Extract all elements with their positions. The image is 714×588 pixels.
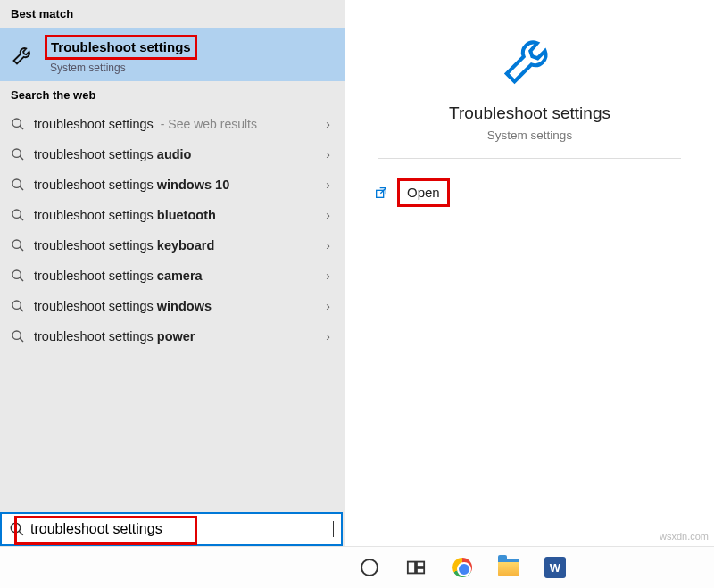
svg-point-0 — [12, 119, 21, 127]
web-result-item[interactable]: troubleshoot settings windows 10› — [0, 170, 345, 200]
taskbar: W — [0, 546, 714, 588]
search-web-header: Search the web — [0, 81, 345, 109]
search-icon — [11, 329, 25, 344]
chevron-right-icon: › — [322, 208, 334, 222]
chevron-right-icon: › — [322, 117, 334, 131]
wrench-icon — [11, 42, 36, 67]
web-result-text: troubleshoot settings keyboard — [34, 238, 313, 253]
chevron-right-icon: › — [322, 147, 334, 161]
chevron-right-icon: › — [322, 329, 334, 344]
best-match-title: Troubleshoot settings — [51, 39, 191, 54]
chrome-button[interactable] — [450, 555, 475, 580]
best-match-result[interactable]: Troubleshoot settings System settings — [0, 28, 345, 81]
wrench-icon — [499, 27, 561, 89]
web-result-text: troubleshoot settings windows — [34, 299, 313, 313]
svg-point-1 — [12, 149, 21, 157]
search-results-panel: Best match Troubleshoot settings System … — [0, 0, 345, 546]
search-value: troubleshoot settings — [30, 521, 334, 537]
search-icon — [11, 238, 25, 253]
highlight-open: Open — [397, 178, 450, 207]
chevron-right-icon: › — [322, 238, 334, 253]
svg-point-6 — [12, 301, 21, 309]
svg-rect-12 — [417, 568, 424, 574]
search-icon — [11, 269, 25, 283]
highlight-best-match: Troubleshoot settings — [45, 35, 197, 60]
web-results-list: troubleshoot settings - See web results›… — [0, 109, 345, 352]
web-result-text: troubleshoot settings - See web results — [34, 117, 313, 131]
best-match-header: Best match — [0, 0, 345, 28]
svg-rect-10 — [408, 562, 415, 574]
svg-rect-11 — [417, 562, 424, 567]
folder-icon — [498, 559, 519, 576]
preview-subtitle: System settings — [487, 128, 572, 142]
web-result-item[interactable]: troubleshoot settings windows› — [0, 291, 345, 321]
web-result-item[interactable]: troubleshoot settings power› — [0, 321, 345, 352]
chevron-right-icon: › — [322, 299, 334, 313]
open-label: Open — [407, 185, 440, 200]
preview-title: Troubleshoot settings — [449, 104, 610, 123]
search-icon — [11, 147, 25, 161]
word-icon: W — [544, 557, 566, 578]
search-icon — [11, 178, 25, 192]
svg-point-9 — [11, 523, 21, 533]
task-view-icon — [406, 558, 426, 577]
web-result-item[interactable]: troubleshoot settings audio› — [0, 139, 345, 170]
open-external-icon — [374, 186, 388, 200]
divider — [378, 158, 681, 159]
search-input[interactable]: troubleshoot settings — [0, 512, 343, 546]
chevron-right-icon: › — [322, 178, 334, 192]
web-result-text: troubleshoot settings camera — [34, 269, 313, 283]
web-result-text: troubleshoot settings windows 10 — [34, 178, 313, 192]
cortana-button[interactable] — [357, 555, 382, 580]
search-icon — [11, 208, 25, 222]
task-view-button[interactable] — [403, 555, 428, 580]
web-result-text: troubleshoot settings audio — [34, 147, 313, 161]
web-result-text: troubleshoot settings bluetooth — [34, 208, 313, 222]
web-result-item[interactable]: troubleshoot settings camera› — [0, 261, 345, 291]
svg-point-2 — [12, 179, 21, 187]
chevron-right-icon: › — [322, 269, 334, 283]
web-result-item[interactable]: troubleshoot settings keyboard› — [0, 230, 345, 261]
file-explorer-button[interactable] — [496, 555, 521, 580]
open-action[interactable]: Open — [374, 178, 450, 207]
word-button[interactable]: W — [543, 555, 568, 580]
svg-point-3 — [12, 210, 21, 218]
preview-panel: Troubleshoot settings System settings Op… — [345, 0, 714, 546]
svg-point-7 — [12, 331, 21, 339]
web-result-item[interactable]: troubleshoot settings bluetooth› — [0, 200, 345, 230]
best-match-subtitle: System settings — [50, 62, 197, 74]
svg-point-5 — [12, 270, 21, 278]
cortana-icon — [361, 559, 378, 576]
web-result-text: troubleshoot settings power — [34, 329, 313, 344]
web-result-item[interactable]: troubleshoot settings - See web results› — [0, 109, 345, 139]
watermark: wsxdn.com — [660, 531, 709, 542]
svg-point-4 — [12, 240, 21, 248]
search-icon — [9, 521, 25, 537]
search-icon — [11, 117, 25, 131]
search-icon — [11, 299, 25, 313]
chrome-icon — [452, 558, 472, 577]
